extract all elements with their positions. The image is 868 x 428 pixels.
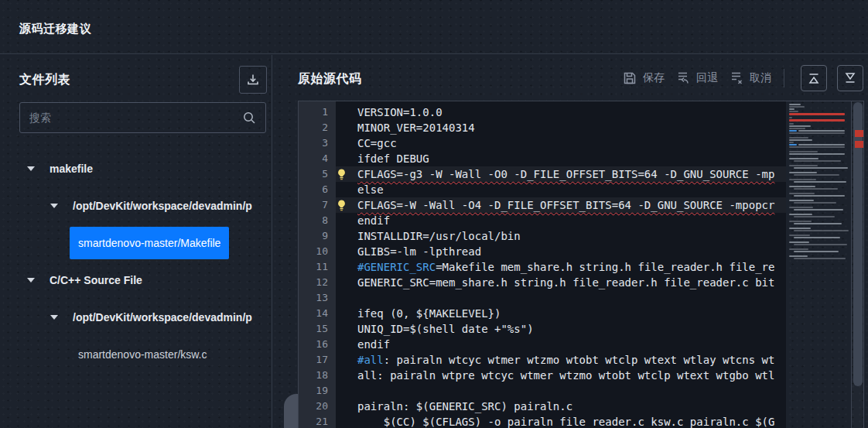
code-line-text: MINOR_VER=20140314	[357, 122, 475, 134]
line-number: 16	[299, 337, 336, 352]
code-line-text: CC=gcc	[357, 137, 397, 149]
tree-item[interactable]: smartdenovo-master/ksw.c	[0, 336, 272, 373]
minimap-line	[789, 167, 851, 169]
minimap-line	[789, 151, 851, 152]
search-box[interactable]	[19, 102, 266, 133]
line-number: 9	[299, 228, 336, 244]
rollback-button[interactable]: 回退	[675, 70, 718, 86]
search-icon	[242, 111, 256, 125]
code-editor: 123456789101112131415161718192021 VERSIO…	[298, 101, 864, 428]
panel-scrollbar-thumb[interactable]	[284, 394, 299, 428]
save-icon	[622, 70, 637, 86]
line-number: 21	[299, 414, 336, 428]
minimap-line	[789, 244, 851, 245]
code-line-text: #all: pairaln wtcyc wtmer wtzmo wtobt wt…	[357, 354, 774, 366]
search-input[interactable]	[29, 111, 242, 124]
source-code-title: 原始源代码	[298, 71, 362, 87]
code-line[interactable]: INSTALLDIR=/usr/local/bin	[336, 228, 786, 244]
code-line[interactable]: #GENERIC_SRC=Makefile mem_share.h string…	[336, 259, 786, 275]
cancel-button[interactable]: 取消	[729, 70, 771, 86]
code-line[interactable]: CFLAGS=-g3 -W -Wall -O0 -D_FILE_OFFSET_B…	[336, 166, 786, 182]
minimap-line	[789, 200, 851, 201]
code-line[interactable]: GLIBS=-lm -lpthread	[336, 244, 786, 259]
scrollbar-issue-marker	[855, 130, 863, 137]
code-line[interactable]: UNIQ_ID=$(shell date +"%s")	[336, 321, 786, 337]
minimap-line	[789, 202, 851, 204]
tree-item-label: smartdenovo-master/ksw.c	[70, 338, 216, 371]
code-line[interactable]: all: pairaln wtpre wtcyc wtmer wtzmo wto…	[336, 368, 786, 383]
save-button[interactable]: 保存	[622, 70, 665, 86]
minimap-line	[789, 104, 851, 105]
code-line[interactable]: ifeq (0, ${MAKELEVEL})	[336, 306, 786, 321]
lightbulb-icon[interactable]	[337, 169, 347, 180]
code-line[interactable]	[336, 383, 786, 399]
code-line-text: pairaln: $(GENERIC_SRC) pairaln.c	[357, 400, 572, 413]
minimap-line	[789, 142, 851, 143]
line-number: 6	[299, 182, 336, 197]
code-line[interactable]: CC=gcc	[336, 135, 786, 151]
toolbar-divider	[784, 69, 784, 87]
code-line[interactable]: GENERIC_SRC=mem_share.h string.h file_re…	[336, 275, 786, 290]
lightbulb-icon[interactable]	[337, 200, 347, 211]
minimap-line	[789, 108, 851, 110]
code-line[interactable]: pairaln: $(GENERIC_SRC) pairaln.c	[336, 399, 786, 414]
code-line-text: all: pairaln wtpre wtcyc wtmer wtzmo wto…	[357, 369, 774, 382]
tree-item-label: smartdenovo-master/Makefile	[70, 227, 229, 259]
line-number: 4	[299, 151, 336, 166]
minimap-line	[789, 172, 851, 173]
minimap-line	[789, 246, 851, 248]
cancel-icon	[729, 70, 744, 86]
minimap-line	[789, 160, 851, 162]
code-line[interactable]: #all: pairaln wtcyc wtmer wtzmo wtobt wt…	[336, 352, 786, 368]
minimap-line	[789, 181, 851, 183]
tree-item[interactable]: /opt/DevKit/workspace/devadmin/p	[0, 187, 272, 224]
code-line[interactable]	[336, 290, 786, 306]
file-list-panel: 文件列表 makefile/opt/DevKit/workspace/devad…	[0, 55, 272, 428]
minimap[interactable]	[787, 101, 851, 262]
line-number: 12	[299, 275, 336, 290]
editor-scrollbar[interactable]	[851, 101, 864, 428]
line-number-gutter: 123456789101112131415161718192021	[299, 101, 336, 428]
code-line-text-flagged: CFLAGS=-W -Wall -O4 -D_FILE_OFFSET_BITS=…	[357, 199, 774, 211]
code-line[interactable]: else	[336, 182, 786, 197]
scroll-top-icon	[806, 70, 822, 86]
scroll-to-top-button[interactable]	[801, 65, 827, 91]
caret-down-icon[interactable]	[27, 278, 35, 282]
code-line-text: ifeq (0, ${MAKELEVEL})	[357, 307, 501, 320]
minimap-line	[789, 144, 851, 146]
minimap-line	[789, 211, 851, 213]
tree-item[interactable]: /opt/DevKit/workspace/devadmin/p	[0, 299, 272, 336]
minimap-line	[789, 125, 851, 127]
caret-down-icon[interactable]	[27, 166, 35, 171]
caret-down-icon[interactable]	[50, 315, 58, 320]
tree-item[interactable]: C/C++ Source File	[0, 262, 272, 299]
minimap-line	[789, 221, 851, 222]
download-button[interactable]	[239, 66, 267, 94]
line-number: 10	[299, 244, 336, 259]
app-root: 源码迁移建议 文件列表 makefile/opt/DevKit/workspac…	[0, 0, 868, 428]
minimap-line	[789, 174, 851, 176]
code-area[interactable]: VERSION=1.0.0MINOR_VER=20140314CC=gccifd…	[336, 101, 786, 428]
minimap-line	[789, 255, 851, 257]
code-line-text: endif	[357, 338, 390, 351]
tree-item-label: C/C++ Source File	[50, 274, 142, 286]
minimap-line	[789, 216, 851, 217]
code-line[interactable]: endif	[336, 213, 786, 228]
scroll-to-bottom-button[interactable]	[837, 65, 863, 91]
code-line[interactable]: CFLAGS=-W -Wall -O4 -D_FILE_OFFSET_BITS=…	[336, 197, 786, 213]
minimap-line	[789, 204, 851, 206]
caret-down-icon[interactable]	[50, 204, 58, 208]
tree-item[interactable]: makefile	[0, 150, 272, 187]
minimap-line	[789, 195, 851, 197]
line-number: 18	[299, 368, 336, 383]
code-line[interactable]: ifdef DEBUG	[336, 151, 786, 166]
minimap-line	[789, 235, 851, 236]
code-line[interactable]: endif	[336, 337, 786, 352]
minimap-line	[789, 119, 851, 122]
code-line[interactable]: $(CC) $(CFLAGS) -o pairaln file_reader.c…	[336, 414, 786, 428]
minimap-line	[789, 139, 851, 141]
code-line[interactable]: VERSION=1.0.0	[336, 104, 786, 120]
code-line[interactable]: MINOR_VER=20140314	[336, 120, 786, 135]
code-line-text: GLIBS=-lm -lpthread	[357, 245, 481, 258]
tree-item[interactable]: smartdenovo-master/Makefile	[0, 224, 272, 262]
